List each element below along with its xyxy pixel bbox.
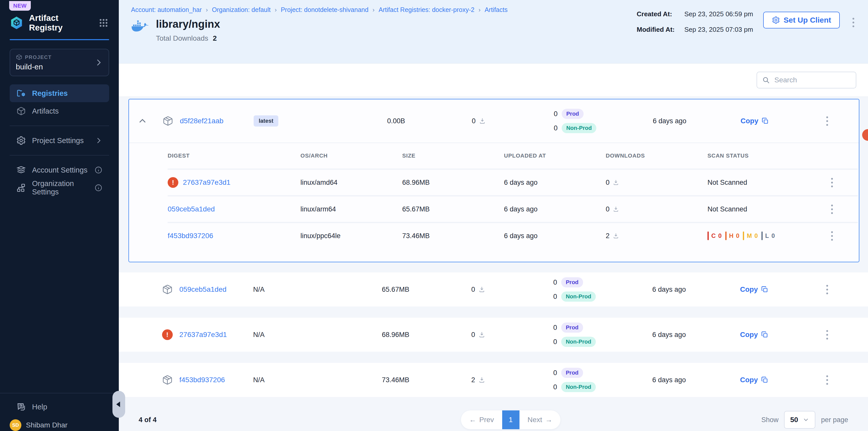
artifact-downloads: 0 bbox=[471, 331, 485, 339]
breadcrumb-separator: › bbox=[372, 6, 374, 13]
sidebar-item-organization-settings[interactable]: Organization Settings bbox=[10, 179, 109, 197]
main-area: Account: automation_har › Organization: … bbox=[119, 0, 868, 431]
prev-page-button[interactable]: ← Prev bbox=[461, 410, 502, 429]
repo-meta: Created At: Sep 23, 2025 06:59 pm Modifi… bbox=[637, 10, 753, 34]
warning-icon: ! bbox=[168, 177, 178, 188]
artifact-downloads: 0 bbox=[472, 117, 486, 125]
sidebar-help-nav: Help bbox=[0, 398, 119, 416]
artifact-row-expanded: d5f28ef21aab latest 0.00B 0 0Prod 0Non-P… bbox=[129, 99, 859, 142]
copy-button[interactable]: Copy bbox=[740, 286, 769, 294]
header-right: Created At: Sep 23, 2025 06:59 pm Modifi… bbox=[637, 10, 857, 34]
project-label: PROJECT bbox=[25, 55, 52, 60]
sidebar-collapse-handle[interactable] bbox=[113, 391, 125, 418]
page-number-active[interactable]: 1 bbox=[502, 410, 520, 429]
breadcrumb-organization[interactable]: Organization: default bbox=[212, 6, 271, 13]
breadcrumb-account[interactable]: Account: automation_har bbox=[131, 6, 202, 13]
project-selector-body: PROJECT build-en bbox=[16, 54, 94, 71]
app-root: NEW Artifact Registry bbox=[0, 0, 868, 431]
scan-status-counts[interactable]: C0 H0 M0 L0 bbox=[694, 232, 806, 240]
artifact-updated: 6 days ago bbox=[652, 286, 686, 294]
artifact-list: d5f28ef21aab latest 0.00B 0 0Prod 0Non-P… bbox=[119, 97, 868, 431]
chevron-right-icon bbox=[94, 58, 103, 67]
breadcrumb-separator: › bbox=[275, 6, 277, 13]
tag-value: N/A bbox=[253, 286, 265, 293]
collapse-chevron-up-icon[interactable] bbox=[138, 117, 147, 125]
copy-label: Copy bbox=[740, 331, 758, 339]
artifact-updated: 6 days ago bbox=[652, 376, 686, 384]
header-kebab-menu[interactable] bbox=[850, 15, 857, 30]
row-kebab-menu[interactable] bbox=[829, 175, 835, 190]
artifact-downloads: 2 bbox=[471, 376, 485, 384]
digest-link[interactable]: 27637a97e3d1 bbox=[183, 178, 230, 187]
sidebar-item-label: Organization Settings bbox=[32, 179, 88, 196]
apps-grid-icon[interactable] bbox=[98, 18, 108, 28]
package-icon bbox=[16, 106, 26, 116]
sidebar-item-account-settings[interactable]: Account Settings bbox=[10, 161, 109, 179]
copy-button[interactable]: Copy bbox=[741, 117, 769, 125]
artifact-name-link[interactable]: 059ceb5a1ded bbox=[179, 286, 249, 294]
sidebar-item-help[interactable]: Help bbox=[10, 398, 109, 416]
modified-at-value: Sep 23, 2025 07:03 pm bbox=[684, 26, 753, 34]
info-icon[interactable] bbox=[94, 184, 102, 192]
sidebar-item-label: Artifacts bbox=[32, 107, 59, 115]
package-icon bbox=[162, 115, 174, 127]
prod-badge: Prod bbox=[561, 277, 583, 288]
breadcrumb-separator: › bbox=[206, 6, 208, 13]
artifact-name-link[interactable]: d5f28ef21aab bbox=[180, 117, 250, 125]
copy-icon bbox=[761, 376, 769, 384]
tag-value: N/A bbox=[253, 331, 265, 338]
uploaded-at: 6 days ago bbox=[491, 205, 592, 213]
artifact-name-link[interactable]: f453bd937206 bbox=[179, 376, 249, 384]
artifact-name-link[interactable]: 27637a97e3d1 bbox=[179, 331, 249, 339]
prod-count: 0 bbox=[552, 369, 557, 377]
download-icon bbox=[478, 376, 486, 384]
project-name: build-en bbox=[16, 63, 94, 71]
project-selector[interactable]: PROJECT build-en bbox=[10, 49, 109, 76]
row-kebab-menu[interactable] bbox=[824, 282, 831, 297]
info-icon[interactable] bbox=[94, 166, 102, 174]
digest-link[interactable]: 059ceb5a1ded bbox=[168, 205, 215, 213]
os-arch: linux/ppc64le bbox=[287, 232, 389, 240]
search-input[interactable] bbox=[774, 76, 851, 85]
created-at-label: Created At: bbox=[637, 10, 675, 18]
copy-button[interactable]: Copy bbox=[740, 376, 769, 384]
expanded-artifact-panel: d5f28ef21aab latest 0.00B 0 0Prod 0Non-P… bbox=[128, 99, 859, 262]
scan-status: Not Scanned bbox=[694, 205, 806, 213]
breadcrumb-registry[interactable]: Artifact Registries: docker-proxy-2 bbox=[378, 6, 474, 13]
prev-label: Prev bbox=[479, 416, 494, 424]
row-kebab-menu[interactable] bbox=[824, 373, 831, 387]
download-icon bbox=[613, 179, 619, 186]
digest-link[interactable]: f453bd937206 bbox=[168, 232, 213, 240]
row-kebab-menu[interactable] bbox=[824, 328, 831, 342]
sidebar-divider bbox=[10, 155, 109, 156]
download-count: 2 bbox=[471, 376, 475, 384]
digest-row: f453bd937206 linux/ppc64le 73.46MB 6 day… bbox=[168, 222, 858, 248]
next-page-button[interactable]: Next → bbox=[520, 410, 561, 429]
row-kebab-menu[interactable] bbox=[824, 114, 831, 128]
project-cube-icon bbox=[16, 54, 22, 61]
copy-button[interactable]: Copy bbox=[740, 331, 769, 339]
nonprod-badge: Non-Prod bbox=[562, 123, 596, 133]
package-icon bbox=[162, 374, 173, 386]
created-at-value: Sep 23, 2025 06:59 pm bbox=[684, 10, 753, 18]
user-menu[interactable]: SD Shibam Dhar bbox=[0, 416, 119, 431]
total-downloads-value: 2 bbox=[213, 34, 217, 42]
set-up-client-button[interactable]: Set Up Client bbox=[763, 12, 840, 29]
row-kebab-menu[interactable] bbox=[829, 202, 835, 217]
row-kebab-menu[interactable] bbox=[829, 229, 835, 243]
sidebar-item-project-settings[interactable]: Project Settings bbox=[10, 132, 109, 150]
artifact-row: ! 27637a97e3d1 N/A 68.96MB 0 0Prod 0Non-… bbox=[119, 318, 868, 352]
sidebar-settings-nav: Project Settings bbox=[0, 132, 119, 150]
medium-count: M0 bbox=[743, 232, 757, 240]
breadcrumb-project[interactable]: Project: donotdelete-shivanand bbox=[281, 6, 369, 13]
sidebar-item-label: Project Settings bbox=[32, 136, 84, 145]
sidebar-item-registries[interactable]: Registries bbox=[10, 85, 109, 102]
total-downloads-label: Total Downloads bbox=[156, 34, 208, 42]
download-icon bbox=[478, 331, 486, 338]
chevron-right-icon bbox=[95, 137, 102, 144]
sidebar-item-artifacts[interactable]: Artifacts bbox=[10, 102, 109, 120]
breadcrumb-artifacts[interactable]: Artifacts bbox=[485, 6, 507, 13]
page-size-select[interactable]: 50 bbox=[784, 411, 815, 429]
col-uploaded-at: UPLOADED AT bbox=[491, 153, 592, 159]
download-icon bbox=[613, 206, 619, 212]
